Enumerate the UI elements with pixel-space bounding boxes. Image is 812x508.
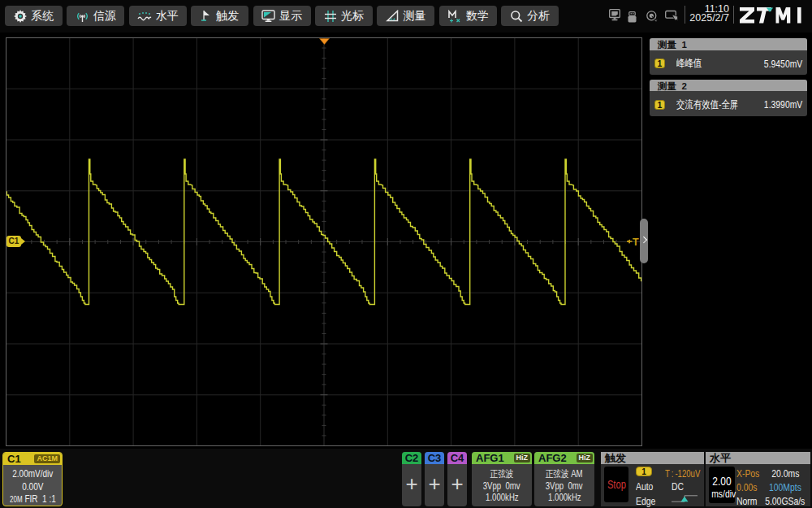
svg-text:T: T [633, 237, 639, 246]
